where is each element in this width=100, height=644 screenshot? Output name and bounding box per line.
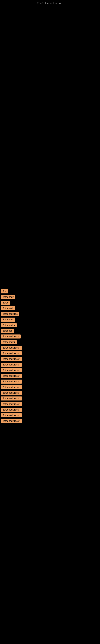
result-badge[interactable]: Bottleneck result: [1, 413, 22, 418]
result-badge[interactable]: Bottleneck result: [1, 408, 22, 412]
site-title-bar: TheBottlenecker.com: [0, 0, 100, 6]
list-item: Bottleneck r: [0, 323, 100, 327]
result-badge[interactable]: Bottlenec: [1, 329, 14, 333]
list-item: Bottleneck: [0, 295, 100, 299]
result-badge[interactable]: Bott: [1, 290, 8, 294]
result-badge[interactable]: Bottleneck result: [1, 352, 22, 356]
result-badge[interactable]: Bottleneck r: [1, 340, 17, 344]
list-item: Bottleneck result: [0, 413, 100, 418]
list-item: Bottleneck result: [0, 357, 100, 361]
list-item: Bottleneck result: [0, 346, 100, 350]
results-area: BottBottleneckBottleBottleneckBottleneck…: [0, 288, 100, 423]
list-item: Bottleneck r: [0, 340, 100, 344]
list-item: Bottleneck result: [0, 391, 100, 395]
chart-area: [0, 6, 100, 288]
list-item: Bottle: [0, 301, 100, 305]
list-item: Bottleneck result: [0, 368, 100, 372]
result-badge[interactable]: Bottleneck resu: [1, 334, 21, 338]
list-item: Bottleneck result: [0, 385, 100, 389]
list-item: Bottleneck result: [0, 419, 100, 423]
result-badge[interactable]: Bottleneck result: [1, 346, 22, 350]
result-badge[interactable]: Bottleneck result: [1, 396, 22, 400]
list-item: Bottleneck result: [0, 402, 100, 406]
result-badge[interactable]: Bottleneck result: [1, 419, 22, 423]
list-item: Bottleneck result: [0, 408, 100, 412]
site-title: TheBottlenecker.com: [0, 0, 100, 6]
list-item: Bottleneck result: [0, 374, 100, 378]
list-item: Bottleneck res: [0, 312, 100, 316]
list-item: Bottleneck result: [0, 363, 100, 367]
result-badge[interactable]: Bottleneck result: [1, 357, 22, 361]
result-badge[interactable]: Bottleneck result: [1, 368, 22, 372]
list-item: Bottleneck result: [0, 352, 100, 356]
result-badge[interactable]: Bottleneck r: [1, 323, 17, 327]
result-badge[interactable]: Bottleneck result: [1, 385, 22, 389]
result-badge[interactable]: Bottleneck result: [1, 380, 22, 384]
list-item: Bottleneck: [0, 318, 100, 322]
list-item: Bott: [0, 290, 100, 294]
result-badge[interactable]: Bottleneck res: [1, 312, 19, 316]
list-item: Bottleneck: [0, 306, 100, 310]
list-item: Bottleneck result: [0, 380, 100, 384]
result-badge[interactable]: Bottleneck result: [1, 363, 22, 367]
result-badge[interactable]: Bottleneck: [1, 295, 15, 299]
result-badge[interactable]: Bottleneck result: [1, 402, 22, 406]
result-badge[interactable]: Bottleneck: [1, 306, 15, 310]
result-badge[interactable]: Bottleneck result: [1, 374, 22, 378]
result-badge[interactable]: Bottleneck result: [1, 391, 22, 395]
list-item: Bottleneck resu: [0, 334, 100, 338]
result-badge[interactable]: Bottleneck: [1, 318, 15, 322]
list-item: Bottleneck result: [0, 396, 100, 400]
list-item: Bottlenec: [0, 329, 100, 333]
result-badge[interactable]: Bottle: [1, 301, 10, 305]
